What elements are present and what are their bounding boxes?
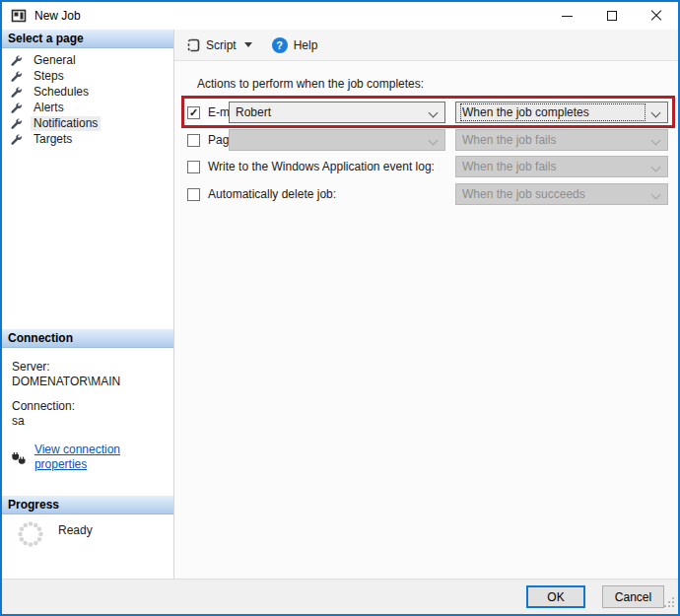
dialog-body: Select a page General Steps Schedules Al… xyxy=(2,30,678,579)
sidebar-item-label: Alerts xyxy=(31,101,67,115)
new-job-dialog: New Job Select a page General Steps xyxy=(0,0,680,616)
sidebar-item-schedules[interactable]: Schedules xyxy=(2,84,173,100)
wrench-icon xyxy=(10,102,22,113)
event-log-row: Write to the Windows Application event l… xyxy=(187,156,435,177)
sidebar-item-general[interactable]: General xyxy=(2,52,173,68)
content-area: Script ? Help Actions to perform when th… xyxy=(174,30,678,579)
view-connection-properties-link[interactable]: View connection properties xyxy=(34,443,166,472)
server-label: Server: xyxy=(12,360,166,375)
script-dropdown-caret-icon xyxy=(244,42,252,47)
toolbar: Script ? Help xyxy=(174,30,678,61)
wrench-icon xyxy=(10,133,22,145)
sidebar: Select a page General Steps Schedules Al… xyxy=(2,30,174,579)
email-condition-select[interactable]: When the job completes xyxy=(455,102,668,123)
checkmark-icon: ✓ xyxy=(189,106,198,117)
chevron-down-icon xyxy=(423,103,444,122)
footer-bar: OK Cancel xyxy=(2,579,678,614)
chevron-down-icon xyxy=(646,157,667,176)
sidebar-item-label: Notifications xyxy=(31,116,101,131)
resize-grip[interactable] xyxy=(663,596,676,612)
progress-status: Ready xyxy=(58,523,93,537)
minimize-icon xyxy=(562,16,573,17)
notifications-panel: Actions to perform when the job complete… xyxy=(174,61,678,579)
auto-delete-condition-select: When the job succeeds xyxy=(455,183,668,205)
minimize-button[interactable] xyxy=(545,2,589,30)
script-label: Script xyxy=(206,38,237,52)
window-controls xyxy=(545,2,678,30)
help-button[interactable]: ? Help xyxy=(268,34,322,56)
maximize-icon xyxy=(607,11,617,21)
chevron-down-icon xyxy=(423,130,444,150)
sidebar-item-notifications[interactable]: Notifications xyxy=(2,115,173,131)
app-window-icon xyxy=(11,8,27,24)
chevron-down-icon xyxy=(646,184,667,204)
auto-delete-label: Automatically delete job: xyxy=(208,187,336,201)
sidebar-item-targets[interactable]: Targets xyxy=(2,131,173,147)
close-button[interactable] xyxy=(634,2,678,30)
page-checkbox[interactable] xyxy=(187,134,200,147)
window-title: New Job xyxy=(34,9,81,23)
email-operator-value: Robert xyxy=(236,105,423,119)
event-log-condition-select: When the job fails xyxy=(455,156,668,177)
select-a-page-header: Select a page xyxy=(2,30,173,48)
sidebar-item-label: Steps xyxy=(31,69,67,84)
cancel-button[interactable]: Cancel xyxy=(602,585,664,608)
actions-to-perform-label: Actions to perform when the job complete… xyxy=(197,77,424,91)
connection-label: Connection: xyxy=(12,399,166,414)
script-button[interactable]: Script xyxy=(182,35,256,55)
close-icon xyxy=(650,10,662,22)
auto-delete-condition-value: When the job succeeds xyxy=(462,187,646,201)
progress-spinner-icon xyxy=(16,519,45,552)
email-operator-select[interactable]: Robert xyxy=(229,102,445,123)
connection-section: Server: DOMENATOR\MAIN Connection: sa Vi… xyxy=(2,348,173,496)
sidebar-item-steps[interactable]: Steps xyxy=(2,68,173,84)
page-condition-select: When the job fails xyxy=(455,129,668,151)
auto-delete-checkbox[interactable] xyxy=(187,188,200,201)
connection-value: sa xyxy=(12,414,166,429)
email-condition-value: When the job completes xyxy=(462,105,644,119)
page-condition-value: When the job fails xyxy=(462,133,646,147)
wrench-icon xyxy=(10,70,22,82)
wrench-icon xyxy=(10,86,22,98)
event-log-condition-value: When the job fails xyxy=(462,160,646,173)
page-list: General Steps Schedules Alerts Notificat… xyxy=(2,48,173,329)
auto-delete-row: Automatically delete job: xyxy=(187,183,336,205)
script-icon xyxy=(186,38,200,52)
event-log-label: Write to the Windows Application event l… xyxy=(208,160,435,173)
email-checkbox[interactable]: ✓ xyxy=(187,106,200,119)
sidebar-item-label: General xyxy=(31,53,79,68)
chevron-down-icon xyxy=(646,103,667,122)
chevron-down-icon xyxy=(646,130,667,150)
progress-section: Ready xyxy=(2,514,173,579)
maximize-button[interactable] xyxy=(589,2,634,30)
sidebar-item-label: Schedules xyxy=(31,85,92,100)
wrench-icon xyxy=(10,117,22,129)
wrench-icon xyxy=(10,54,22,66)
help-icon: ? xyxy=(272,37,288,53)
connection-plug-icon xyxy=(12,451,26,464)
sidebar-item-alerts[interactable]: Alerts xyxy=(2,100,173,115)
help-label: Help xyxy=(294,38,318,52)
ok-button[interactable]: OK xyxy=(526,585,585,608)
sidebar-item-label: Targets xyxy=(31,132,75,147)
event-log-checkbox[interactable] xyxy=(187,161,200,173)
progress-header: Progress xyxy=(2,496,173,514)
titlebar: New Job xyxy=(2,2,678,30)
page-operator-select xyxy=(229,129,445,151)
connection-header: Connection xyxy=(2,329,173,348)
server-value: DOMENATOR\MAIN xyxy=(12,375,166,389)
